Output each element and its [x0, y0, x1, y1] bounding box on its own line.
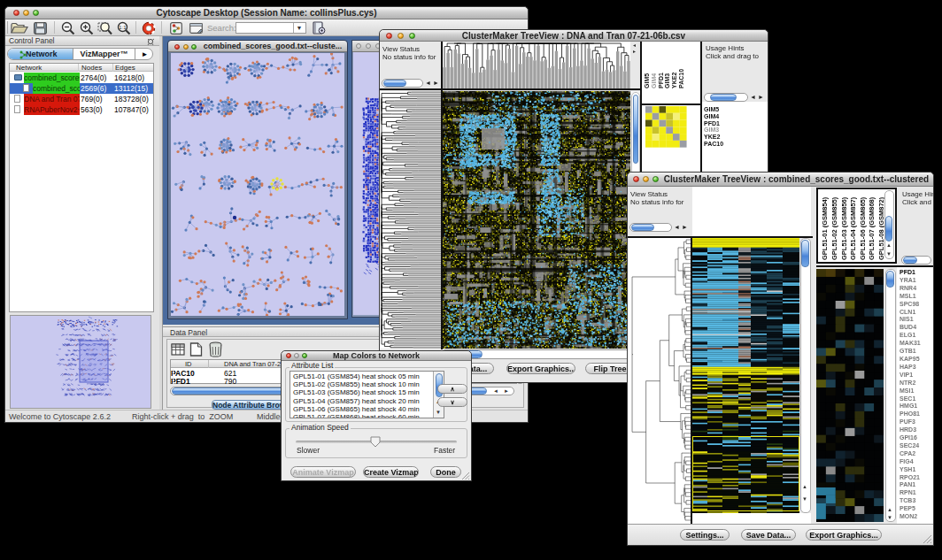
svg-text:1:1: 1:1: [119, 25, 127, 30]
